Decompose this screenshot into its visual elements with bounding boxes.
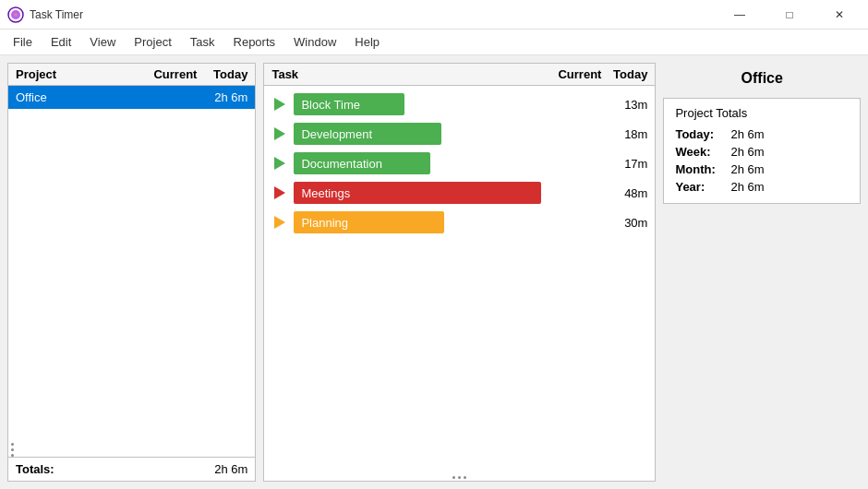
menu-window[interactable]: Window (284, 31, 345, 53)
task-bar-container-planning: Planning (294, 211, 541, 233)
task-bar-container-documentation: Documentation (294, 152, 541, 174)
resize-dot-t1 (452, 476, 455, 479)
task-row-documentation[interactable]: Documentation 17m (264, 149, 655, 178)
detail-title: Office (663, 63, 861, 90)
projects-empty-space (8, 109, 255, 443)
menu-help[interactable]: Help (345, 31, 389, 53)
totals-value-today: 2h 6m (730, 127, 764, 141)
resize-dot-1 (11, 443, 14, 446)
task-row-planning[interactable]: Planning 30m (264, 208, 655, 237)
tasks-empty-space (264, 283, 655, 473)
menu-view[interactable]: View (80, 31, 125, 53)
footer-totals-today: 2h 6m (197, 462, 247, 476)
totals-label-month: Month: (675, 162, 730, 176)
task-icon-documentation (271, 155, 288, 172)
task-icon-planning (271, 214, 288, 231)
menu-edit[interactable]: Edit (42, 31, 80, 53)
task-today-documentation: 17m (601, 157, 647, 171)
task-bar-label-development: Development (301, 127, 372, 141)
close-button[interactable]: ✕ (818, 0, 861, 30)
totals-row-month: Month: 2h 6m (675, 161, 849, 178)
col-project-header: Project (16, 67, 132, 81)
col-today-header: Today (197, 67, 247, 81)
totals-row-week: Week: 2h 6m (675, 143, 849, 161)
menu-project[interactable]: Project (125, 31, 180, 53)
task-bar-container-blocktime: Block Time (294, 93, 541, 115)
col-current-header: Current (132, 67, 197, 81)
task-bar-meetings: Meetings (294, 182, 541, 204)
totals-label-today: Today: (675, 127, 730, 141)
project-row-office[interactable]: Office 2h 6m (8, 86, 255, 109)
task-today-planning: 30m (601, 216, 647, 230)
minimize-button[interactable]: — (718, 0, 761, 30)
task-bar-label-planning: Planning (301, 216, 348, 230)
task-row-development[interactable]: Development 18m (264, 119, 655, 149)
task-today-meetings: 48m (601, 186, 647, 200)
resize-dot-2 (11, 448, 14, 451)
app-icon (7, 6, 24, 23)
svg-point-2 (14, 13, 18, 17)
task-bar-blocktime: Block Time (294, 93, 404, 115)
task-bar-label-meetings: Meetings (301, 186, 350, 200)
task-icon-development (271, 125, 288, 142)
detail-panel: Office Project Totals Today: 2h 6m Week:… (663, 63, 861, 482)
totals-row-today: Today: 2h 6m (675, 125, 849, 143)
project-totals-box: Project Totals Today: 2h 6m Week: 2h 6m … (663, 98, 861, 204)
task-today-development: 18m (601, 127, 647, 141)
col-task-header: Task (271, 67, 541, 81)
totals-value-year: 2h 6m (730, 180, 764, 194)
projects-footer: Totals: 2h 6m (8, 457, 255, 481)
menu-file[interactable]: File (4, 31, 42, 53)
tasks-panel: Task Current Today Block Time 13m (263, 63, 656, 482)
task-row-blocktime[interactable]: Block Time 13m (264, 89, 655, 119)
task-bar-label-blocktime: Block Time (301, 98, 360, 112)
totals-value-month: 2h 6m (730, 162, 764, 176)
footer-totals-label: Totals: (16, 462, 132, 476)
project-name-office: Office (16, 90, 132, 104)
col-task-current-header: Current (541, 67, 601, 81)
resize-handle-projects[interactable] (8, 443, 16, 457)
projects-panel: Project Current Today Office 2h 6m Total… (7, 63, 256, 482)
totals-label-year: Year: (675, 180, 730, 194)
task-icon-blocktime (271, 96, 288, 113)
task-icon-meetings (271, 185, 288, 201)
task-bar-container-development: Development (294, 123, 541, 145)
maximize-button[interactable]: □ (768, 0, 811, 30)
task-bar-container-meetings: Meetings (294, 182, 541, 204)
task-today-blocktime: 13m (601, 98, 647, 112)
project-today-office: 2h 6m (197, 90, 247, 104)
menu-reports[interactable]: Reports (224, 31, 285, 53)
totals-row-year: Year: 2h 6m (675, 178, 849, 196)
totals-value-week: 2h 6m (730, 145, 764, 159)
task-rows-container: Block Time 13m Development 18m (264, 86, 655, 283)
projects-header: Project Current Today (8, 64, 255, 86)
col-task-today-header: Today (601, 67, 647, 81)
task-bar-documentation: Documentation (294, 152, 430, 174)
app-title: Task Timer (30, 8, 718, 21)
resize-dot-t3 (464, 476, 466, 479)
resize-handle-tasks[interactable] (264, 473, 655, 481)
menu-bar: File Edit View Project Task Reports Wind… (0, 30, 868, 55)
resize-dot-t2 (458, 476, 461, 479)
totals-box-title: Project Totals (675, 106, 849, 120)
menu-task[interactable]: Task (181, 31, 224, 53)
totals-label-week: Week: (675, 145, 730, 159)
task-bar-label-documentation: Documentation (301, 157, 381, 171)
main-content: Project Current Today Office 2h 6m Total… (0, 55, 868, 489)
window-controls: — □ ✕ (718, 0, 861, 30)
task-bar-development: Development (294, 123, 441, 145)
task-row-meetings[interactable]: Meetings 48m (264, 178, 655, 208)
tasks-header: Task Current Today (264, 64, 655, 86)
task-bar-planning: Planning (294, 211, 444, 233)
title-bar: Task Timer — □ ✕ (0, 0, 868, 30)
